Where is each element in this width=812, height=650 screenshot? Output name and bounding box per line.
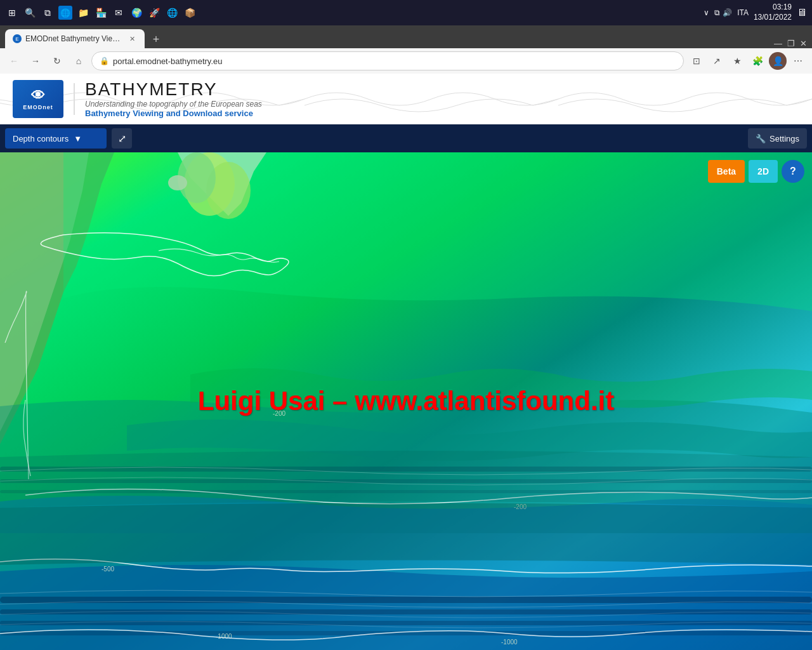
- svg-text:-1000: -1000: [216, 633, 232, 640]
- app-subtitle: Understanding the topography of the Euro…: [85, 100, 262, 109]
- map-container[interactable]: -200 -200 -500 -1000 -1000: [0, 152, 812, 650]
- bookmark-icon[interactable]: ★: [728, 52, 746, 70]
- map-controls: Beta 2D ?: [708, 160, 804, 183]
- time-display: 03:19: [754, 3, 792, 13]
- active-tab[interactable]: E EMODnet Bathymetry Viewing a... ✕: [5, 29, 145, 48]
- chevron-down-icon: ▼: [74, 134, 82, 143]
- logo-eye-icon: 👁: [31, 88, 45, 104]
- app-title: BATHYMETRY: [85, 79, 262, 100]
- share-icon[interactable]: ↗: [708, 52, 726, 70]
- home-button[interactable]: ⌂: [70, 52, 88, 70]
- depth-contours-dropdown[interactable]: Depth contours ▼: [5, 128, 107, 149]
- header-divider: [74, 83, 75, 115]
- language-indicator: ITA: [737, 8, 749, 17]
- package-icon[interactable]: 📦: [183, 6, 197, 20]
- svg-rect-9: [0, 621, 812, 625]
- taskbar-left: ⊞ 🔍 ⧉ 🌐 📁 🏪 ✉ 🌍 🚀 🌐 📦: [5, 6, 197, 20]
- volume-icon[interactable]: 🔊: [723, 8, 732, 17]
- extensions-icon[interactable]: 🧩: [749, 52, 766, 70]
- expand-button[interactable]: ⤢: [112, 128, 132, 149]
- help-button[interactable]: ?: [782, 160, 804, 183]
- beta-badge: Beta: [708, 160, 745, 183]
- svg-rect-7: [0, 597, 812, 603]
- browser2-icon[interactable]: 🌐: [165, 6, 179, 20]
- taskbar-right: ∨ ⧉ 🔊 ITA 03:19 13/01/2022 🖥: [704, 3, 807, 22]
- reload-button[interactable]: ↻: [48, 52, 66, 70]
- notifications-icon[interactable]: 🖥: [797, 7, 807, 18]
- svg-rect-8: [0, 609, 812, 614]
- maps-icon[interactable]: 🌍: [129, 6, 143, 20]
- chevron-icon[interactable]: ∨: [704, 8, 709, 17]
- header-text: BATHYMETRY Understanding the topography …: [85, 79, 262, 118]
- emodnet-logo: 👁 EMODnet: [13, 80, 63, 118]
- screen-cast-icon[interactable]: ⊡: [688, 52, 705, 70]
- app-header: 👁 EMODnet BATHYMETRY Understanding the t…: [0, 74, 812, 124]
- system-tray-icons: ⧉ 🔊: [714, 8, 732, 17]
- tab-title: EMODnet Bathymetry Viewing a...: [25, 34, 123, 43]
- search-taskbar[interactable]: 🔍: [23, 6, 37, 20]
- edge-icon[interactable]: 🌐: [58, 6, 72, 20]
- app-service: Bathymetry Viewing and Download service: [85, 109, 262, 118]
- tab-favicon: E: [13, 34, 22, 43]
- restore-button[interactable]: ❐: [787, 39, 795, 48]
- svg-text:-1000: -1000: [501, 639, 518, 646]
- address-bar[interactable]: 🔒 portal.emodnet-bathymetry.eu: [91, 51, 684, 70]
- files-icon[interactable]: 📁: [76, 6, 90, 20]
- expand-icon: ⤢: [118, 133, 126, 145]
- date-display: 13/01/2022: [754, 13, 792, 23]
- navigation-bar: ← → ↻ ⌂ 🔒 portal.emodnet-bathymetry.eu ⊡…: [0, 48, 812, 74]
- close-window-button[interactable]: ✕: [800, 39, 807, 48]
- start-button[interactable]: ⊞: [5, 6, 19, 20]
- svg-text:-200: -200: [273, 410, 285, 417]
- security-icon: 🔒: [100, 56, 109, 65]
- settings-label: Settings: [769, 134, 799, 143]
- close-tab-button[interactable]: ✕: [127, 34, 137, 44]
- windows-taskbar: ⊞ 🔍 ⧉ 🌐 📁 🏪 ✉ 🌍 🚀 🌐 📦 ∨ ⧉ 🔊 ITA 03:19 13…: [0, 0, 812, 25]
- nav-right-buttons: ⊡ ↗ ★ 🧩 👤 ⋯: [688, 52, 807, 70]
- logo-container: 👁 EMODnet BATHYMETRY Understanding the t…: [13, 79, 262, 118]
- bathymetry-map-svg: -200 -200 -500 -1000 -1000: [0, 152, 812, 650]
- svg-text:-500: -500: [102, 566, 114, 573]
- dropdown-label: Depth contours: [13, 134, 69, 143]
- tab-bar: E EMODnet Bathymetry Viewing a... ✕ + — …: [0, 25, 812, 48]
- app-toolbar: Depth contours ▼ ⤢ 🔧 Settings: [0, 124, 812, 152]
- url-text: portal.emodnet-bathymetry.eu: [113, 56, 222, 66]
- system-clock: 03:19 13/01/2022: [754, 3, 792, 22]
- svg-point-16: [168, 175, 187, 190]
- store-icon[interactable]: 🏪: [94, 6, 108, 20]
- view-2d-button[interactable]: 2D: [749, 160, 778, 183]
- forward-button[interactable]: →: [27, 52, 44, 70]
- window-icon[interactable]: ⧉: [714, 8, 720, 17]
- taskview-icon[interactable]: ⧉: [41, 6, 55, 20]
- minimize-button[interactable]: —: [774, 39, 782, 48]
- menu-icon[interactable]: ⋯: [789, 52, 807, 70]
- settings-button[interactable]: 🔧 Settings: [748, 128, 807, 149]
- profile-icon[interactable]: 👤: [769, 52, 787, 70]
- back-button[interactable]: ←: [5, 52, 23, 70]
- mail-icon[interactable]: ✉: [112, 6, 126, 20]
- toolbar-left: Depth contours ▼ ⤢: [5, 128, 132, 149]
- logo-org-label: EMODnet: [23, 104, 53, 110]
- new-tab-button[interactable]: +: [147, 30, 165, 48]
- rocket-icon[interactable]: 🚀: [147, 6, 161, 20]
- settings-icon: 🔧: [756, 134, 766, 143]
